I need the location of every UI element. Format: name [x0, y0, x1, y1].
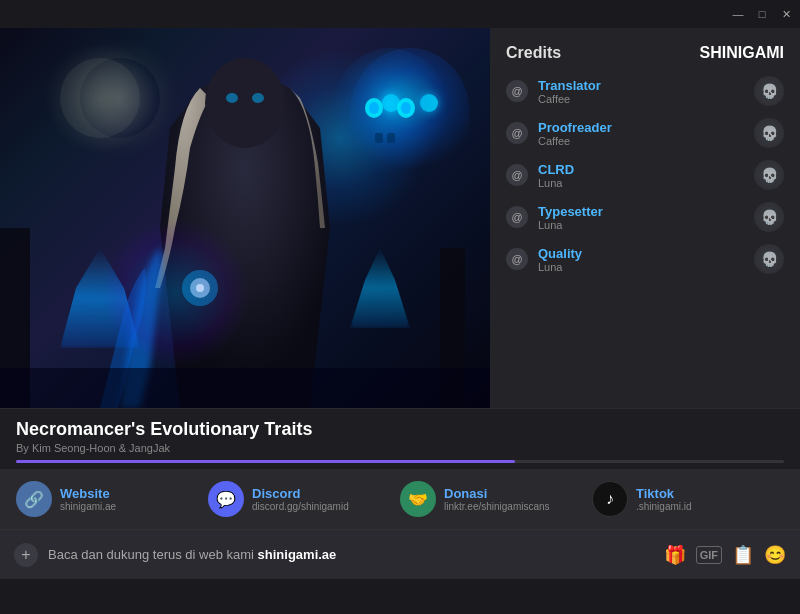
- credit-avatar: [754, 160, 784, 190]
- at-icon: @: [506, 206, 528, 228]
- social-links: 🔗 Website shinigami.ae 💬 Discord discord…: [0, 469, 800, 529]
- gif-icon[interactable]: GIF: [696, 546, 722, 564]
- credit-avatar: [754, 118, 784, 148]
- credits-panel: Credits SHINIGAMI @ Translator Caffee @ …: [490, 28, 800, 408]
- progress-bar: [16, 460, 784, 463]
- maximize-button[interactable]: □: [756, 8, 768, 20]
- bottom-actions: 🎁 GIF 📋 😊: [664, 544, 786, 566]
- credits-title: Credits: [506, 44, 561, 62]
- bottom-bar: + Baca dan dukung terus di web kami shin…: [0, 529, 800, 579]
- manga-info: Necromancer's Evolutionary Traits By Kim…: [0, 408, 800, 469]
- credits-author: SHINIGAMI: [700, 44, 784, 62]
- svg-point-15: [190, 278, 210, 298]
- credit-name: Caffee: [538, 135, 744, 147]
- emoji-icon[interactable]: 😊: [764, 544, 786, 566]
- credit-info: Proofreader Caffee: [538, 120, 744, 147]
- credit-avatar: [754, 244, 784, 274]
- manga-authors: By Kim Seong-Hoon & JangJak: [16, 442, 784, 454]
- title-bar: — □ ✕: [0, 0, 800, 28]
- credit-name: Caffee: [538, 93, 744, 105]
- credit-rows: @ Translator Caffee @ Proofreader Caffee…: [506, 76, 784, 274]
- at-icon: @: [506, 164, 528, 186]
- svg-point-13: [252, 93, 264, 103]
- cover-section: [0, 28, 490, 408]
- credit-avatar: [754, 202, 784, 232]
- tiktok-label: Tiktok: [636, 486, 692, 501]
- social-item-website[interactable]: 🔗 Website shinigami.ae: [16, 481, 208, 517]
- character-svg: [0, 28, 490, 408]
- discord-text: Discord discord.gg/shinigamid: [252, 486, 349, 512]
- svg-rect-9: [375, 133, 383, 143]
- svg-point-12: [226, 93, 238, 103]
- svg-point-7: [369, 102, 379, 114]
- svg-rect-10: [387, 133, 395, 143]
- manga-title: Necromancer's Evolutionary Traits: [16, 419, 784, 440]
- svg-point-4: [330, 48, 450, 188]
- svg-rect-17: [0, 368, 490, 408]
- svg-point-8: [401, 102, 411, 114]
- donate-text: Donasi linktr.ee/shinigamiscans: [444, 486, 550, 512]
- donate-icon: 🤝: [400, 481, 436, 517]
- credit-name: Luna: [538, 219, 744, 231]
- discord-label: Discord: [252, 486, 349, 501]
- credit-role: Proofreader: [538, 120, 744, 135]
- social-item-donate[interactable]: 🤝 Donasi linktr.ee/shinigamiscans: [400, 481, 592, 517]
- donate-sub: linktr.ee/shinigamiscans: [444, 501, 550, 512]
- social-item-discord[interactable]: 💬 Discord discord.gg/shinigamid: [208, 481, 400, 517]
- gift-icon[interactable]: 🎁: [664, 544, 686, 566]
- progress-fill: [16, 460, 515, 463]
- website-label: Website: [60, 486, 116, 501]
- at-icon: @: [506, 80, 528, 102]
- credit-role: Quality: [538, 246, 744, 261]
- bottom-highlight: shinigami.ae: [258, 547, 337, 562]
- at-icon: @: [506, 248, 528, 270]
- credit-name: Luna: [538, 261, 744, 273]
- discord-icon: 💬: [208, 481, 244, 517]
- tiktok-text: Tiktok .shinigami.id: [636, 486, 692, 512]
- discord-sub: discord.gg/shinigamid: [252, 501, 349, 512]
- add-button[interactable]: +: [14, 543, 38, 567]
- credit-info: CLRD Luna: [538, 162, 744, 189]
- svg-point-14: [182, 270, 218, 306]
- credit-name: Luna: [538, 177, 744, 189]
- bottom-text: Baca dan dukung terus di web kami: [48, 547, 258, 562]
- svg-point-16: [196, 284, 204, 292]
- credit-info: Translator Caffee: [538, 78, 744, 105]
- bottom-message: Baca dan dukung terus di web kami shinig…: [48, 547, 654, 562]
- credit-role: CLRD: [538, 162, 744, 177]
- credit-row: @ Proofreader Caffee: [506, 118, 784, 148]
- credit-role: Typesetter: [538, 204, 744, 219]
- website-sub: shinigami.ae: [60, 501, 116, 512]
- svg-point-1: [60, 58, 140, 138]
- sticker-icon[interactable]: 📋: [732, 544, 754, 566]
- credit-row: @ Translator Caffee: [506, 76, 784, 106]
- svg-point-11: [205, 58, 285, 148]
- credit-avatar: [754, 76, 784, 106]
- credits-header: Credits SHINIGAMI: [506, 44, 784, 62]
- credit-info: Quality Luna: [538, 246, 744, 273]
- social-item-tiktok[interactable]: ♪ Tiktok .shinigami.id: [592, 481, 784, 517]
- website-icon: 🔗: [16, 481, 52, 517]
- close-button[interactable]: ✕: [780, 8, 792, 20]
- credit-row: @ CLRD Luna: [506, 160, 784, 190]
- main-content: Credits SHINIGAMI @ Translator Caffee @ …: [0, 28, 800, 408]
- minimize-button[interactable]: —: [732, 8, 744, 20]
- website-text: Website shinigami.ae: [60, 486, 116, 512]
- credit-info: Typesetter Luna: [538, 204, 744, 231]
- tiktok-icon: ♪: [592, 481, 628, 517]
- credit-row: @ Quality Luna: [506, 244, 784, 274]
- credit-row: @ Typesetter Luna: [506, 202, 784, 232]
- tiktok-sub: .shinigami.id: [636, 501, 692, 512]
- cover-image: [0, 28, 490, 408]
- at-icon: @: [506, 122, 528, 144]
- donate-label: Donasi: [444, 486, 550, 501]
- credit-role: Translator: [538, 78, 744, 93]
